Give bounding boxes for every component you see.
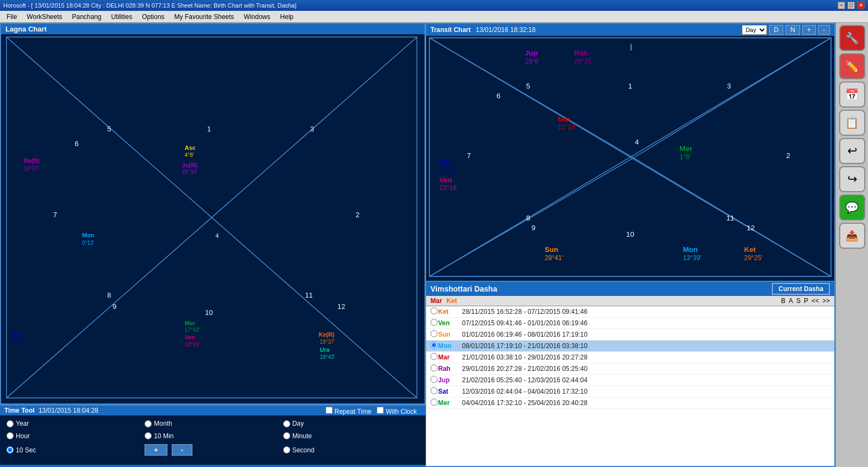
hour-label: Hour: [16, 432, 30, 440]
whatsapp-sidebar-icon[interactable]: 💬: [839, 194, 865, 220]
dasha-row[interactable]: Ket 28/11/2015 16:52:28 - 07/12/2015 09:…: [426, 306, 834, 318]
month-label: Month: [154, 420, 172, 427]
svg-text:1°6': 1°6': [679, 153, 691, 161]
time-tool-header: Time Tool 13/01/2015 18:04:28 Repeat Tim…: [0, 406, 426, 415]
export-sidebar-icon[interactable]: 📤: [839, 223, 865, 249]
right-panel: Transit Chart 13/01/2016 18:32:18 Day D …: [426, 23, 835, 467]
svg-text:4: 4: [635, 138, 639, 146]
time-plus-button[interactable]: +: [145, 444, 167, 456]
dasha-row[interactable]: Sun 01/01/2016 06:19:46 - 08/01/2016 17:…: [426, 329, 834, 340]
dasha-row-radio[interactable]: [430, 399, 438, 407]
current-dasha-button[interactable]: Current Dasha: [772, 283, 830, 295]
tenmin-radio[interactable]: [145, 432, 152, 439]
tools-sidebar-icon[interactable]: 🔧: [839, 25, 865, 51]
dasha-row[interactable]: Ven 07/12/2015 09:41:46 - 01/01/2016 06:…: [426, 318, 834, 329]
svg-text:8: 8: [107, 291, 111, 299]
calendar-sidebar-icon[interactable]: 📅: [839, 81, 865, 108]
forward-sidebar-icon[interactable]: ↪: [839, 166, 865, 192]
dasha-row-radio[interactable]: [430, 342, 438, 350]
day-radio[interactable]: [283, 420, 290, 427]
menu-windows[interactable]: Windows: [240, 12, 275, 22]
menu-file[interactable]: File: [2, 12, 21, 22]
dasha-subheader: Mar Ket B A S P << >>: [426, 296, 834, 306]
lagna-canvas: 1 5 6 7 8 9 10 11 12 2 3 4 Ra(R) 19°37': [1, 34, 424, 401]
transit-day-select[interactable]: Day: [742, 25, 767, 35]
dasha-row[interactable]: Mon 08/01/2016 17:19:10 - 21/01/2016 03:…: [426, 340, 834, 352]
dasha-row-radio[interactable]: [430, 319, 438, 327]
menu-worksheets[interactable]: WorkSheets: [22, 12, 66, 22]
notes-sidebar-icon[interactable]: 📋: [839, 110, 865, 136]
dasha-row-radio[interactable]: [430, 330, 438, 339]
close-btn[interactable]: ✕: [857, 2, 865, 9]
tenmin-label: 10 Min: [154, 432, 173, 440]
dasha-p-button[interactable]: P: [804, 297, 808, 305]
edit-sidebar-icon[interactable]: ✏️: [839, 53, 865, 79]
svg-text:2: 2: [355, 211, 359, 219]
maximize-btn[interactable]: □: [847, 2, 855, 9]
dasha-dates: 07/12/2015 09:41:46 - 01/01/2016 06:19:4…: [462, 319, 830, 327]
dasha-row[interactable]: Jup 21/02/2016 05:25:40 - 12/03/2016 02:…: [426, 375, 834, 386]
tensec-radio[interactable]: [7, 446, 14, 453]
dasha-row-radio[interactable]: [430, 307, 438, 316]
dasha-row[interactable]: Sat 12/03/2016 02:44:04 - 04/04/2016 17:…: [426, 386, 834, 397]
time-buttons: + -: [145, 443, 280, 457]
main-content: Lagna Chart 1 5 6 7: [0, 23, 868, 467]
dasha-s-button[interactable]: S: [796, 297, 801, 305]
menu-panchang[interactable]: Panchang: [67, 12, 105, 22]
menu-utilities[interactable]: Utilities: [107, 12, 137, 22]
time-minus-button[interactable]: -: [172, 444, 192, 456]
dasha-row-radio[interactable]: [430, 376, 438, 384]
dasha-a-button[interactable]: A: [789, 297, 793, 305]
second-radio[interactable]: [283, 446, 290, 453]
svg-text:Mon: Mon: [683, 245, 697, 254]
dasha-row[interactable]: Rah 29/01/2016 20:27:28 - 21/02/2016 05:…: [426, 363, 834, 375]
svg-text:17°43': 17°43': [185, 327, 200, 333]
hour-radio[interactable]: [7, 432, 14, 439]
svg-text:Mar: Mar: [558, 115, 571, 123]
dasha-dates: 21/01/2016 03:38:10 - 29/01/2016 20:27:2…: [462, 354, 830, 361]
svg-text:4°8': 4°8': [185, 152, 194, 157]
title-bar-controls[interactable]: − □ ✕: [838, 2, 865, 9]
transit-header-controls: Day D N + -: [742, 25, 830, 35]
dasha-row-radio[interactable]: [430, 353, 438, 362]
year-radio[interactable]: [7, 420, 14, 427]
menu-help[interactable]: Help: [276, 12, 298, 22]
svg-text:|: |: [630, 43, 632, 51]
svg-text:6: 6: [75, 139, 79, 147]
lagna-chart-title: Lagna Chart: [1, 24, 424, 34]
menu-bar: File WorkSheets Panchang Utilities Optio…: [0, 11, 868, 23]
svg-text:26°33': 26°33': [182, 169, 197, 175]
menu-favourites[interactable]: My Favourite Sheets: [170, 12, 239, 22]
dasha-row[interactable]: Mer 04/04/2016 17:32:10 - 25/04/2016 20:…: [426, 397, 834, 409]
dasha-section: Vimshottari Dasha Current Dasha Mar Ket …: [426, 282, 835, 467]
menu-options[interactable]: Options: [138, 12, 168, 22]
transit-title: Transit Chart 13/01/2016 18:32:18: [430, 26, 535, 34]
svg-text:Mon: Mon: [82, 232, 95, 238]
dasha-main-planet: Mar: [430, 297, 442, 305]
time-row-minute: Minute: [283, 431, 419, 441]
transit-plus-button[interactable]: +: [802, 25, 816, 35]
transit-d-button[interactable]: D: [769, 25, 784, 35]
dasha-row-radio[interactable]: [430, 364, 438, 373]
minute-radio[interactable]: [283, 432, 290, 439]
dasha-prev-button[interactable]: <<: [811, 297, 819, 305]
lagna-chart: Lagna Chart 1 5 6 7: [0, 23, 426, 405]
svg-text:13°39': 13°39': [683, 254, 701, 262]
svg-text:Mer: Mer: [185, 319, 196, 326]
back-sidebar-icon[interactable]: ↩: [839, 138, 865, 164]
month-radio[interactable]: [145, 420, 152, 427]
transit-n-button[interactable]: N: [785, 25, 800, 35]
dasha-next-button[interactable]: >>: [822, 297, 830, 305]
svg-text:29°25': 29°25': [574, 58, 593, 65]
dasha-b-button[interactable]: B: [781, 297, 785, 305]
svg-text:Mer: Mer: [679, 144, 692, 153]
svg-text:7: 7: [467, 152, 471, 160]
dasha-row-radio[interactable]: [430, 387, 438, 396]
dasha-planet-name: Mar: [438, 354, 462, 361]
time-row-day: Day: [283, 419, 419, 429]
minimize-btn[interactable]: −: [838, 2, 845, 9]
dasha-planet-name: Ven: [438, 319, 462, 327]
transit-minus-button[interactable]: -: [818, 25, 830, 35]
dasha-row[interactable]: Mar 21/01/2016 03:38:10 - 29/01/2016 20:…: [426, 352, 834, 363]
svg-text:Ju(R): Ju(R): [182, 161, 197, 168]
